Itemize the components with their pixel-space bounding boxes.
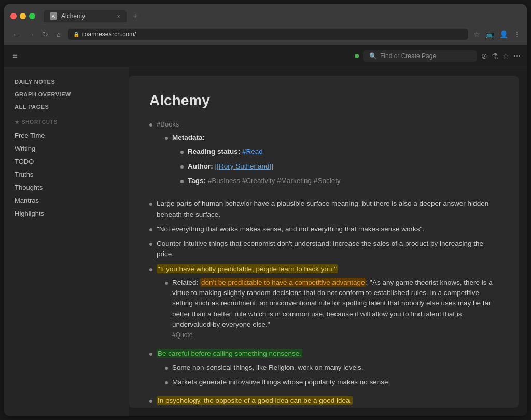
app-container: ≡ 🔍 Find or Create Page ⊘ ⚗ ☆ ⋯ (4, 45, 527, 416)
list-item: Author: [[Rory Sutherland]] (180, 161, 498, 172)
list-item: Be careful before calling something nons… (149, 348, 498, 391)
sidebar-item-daily-notes[interactable]: DAILY NOTES (4, 76, 129, 88)
bullet-content: #Books Metadata: (157, 119, 498, 194)
list-item: Counter intuitive things that economist … (149, 239, 498, 260)
bullet-dot (149, 400, 152, 403)
tab-favicon: A (50, 12, 57, 20)
bullet-content: Large parts of human behavior have a pla… (157, 199, 498, 220)
highlighted-link-predictable[interactable]: don't be predictable to have a competiti… (200, 278, 366, 287)
bullet-dot (165, 381, 168, 384)
main-wrapper: Alchemy #Books (129, 67, 527, 416)
bullet-dot (165, 137, 168, 140)
bullet-content: Be careful before calling something nons… (157, 348, 498, 391)
cast-icon[interactable]: 📺 (485, 30, 494, 38)
list-item: #Books Metadata: (149, 119, 498, 194)
forward-button[interactable]: → (25, 30, 36, 39)
related-text: Related: (172, 278, 200, 286)
more-options-icon[interactable]: ⋯ (513, 52, 521, 60)
star-icon[interactable]: ☆ (502, 52, 509, 60)
refresh-button[interactable]: ↻ (40, 30, 50, 39)
bullet-dot (149, 353, 152, 356)
bullet-dot (165, 282, 168, 285)
maximize-window-button[interactable] (29, 13, 35, 19)
list-item: Large parts of human behavior have a pla… (149, 199, 498, 220)
bullet-dot (149, 123, 152, 127)
list-item: Related: don't be predictable to have a … (165, 277, 498, 341)
nested-list: Metadata: Reading status: #Re (157, 133, 498, 190)
author-label: Author: (188, 162, 213, 170)
close-window-button[interactable] (10, 13, 17, 19)
sidebar-item-todo[interactable]: TODO (4, 155, 129, 168)
tags-label: Tags: (188, 177, 206, 185)
reading-status-label: Reading status: (188, 148, 240, 156)
list-item: Reading status: #Read (180, 147, 498, 157)
bullet-content: "If you have wholly predictable, people … (157, 264, 498, 345)
list-item: Markets generate innovative things whose… (165, 377, 498, 387)
back-button[interactable]: ← (10, 30, 21, 39)
search-bar[interactable]: 🔍 Find or Create Page (363, 50, 477, 62)
bookmark-icon[interactable]: ☆ (473, 30, 480, 38)
bullet-dot (149, 268, 152, 271)
metadata-list: Reading status: #Read (172, 147, 498, 187)
topbar-icons: ⊘ ⚗ ☆ ⋯ (481, 52, 521, 60)
bullet-dot (165, 367, 168, 370)
sidebar-item-writing[interactable]: Writing (4, 142, 129, 155)
sort-icon[interactable]: ⚗ (492, 52, 498, 60)
sidebar-toggle-button[interactable]: ≡ (10, 49, 19, 63)
page-title: Alchemy (149, 92, 498, 109)
browser-actions: ☆ 📺 👤 ⋮ (473, 30, 521, 38)
bullet-dot (149, 203, 152, 206)
books-tag[interactable]: #Books (157, 120, 179, 128)
tags-value: #Business #Creativity #Marketing #Societ… (208, 177, 341, 185)
browser-frame: A Alchemy × + ← → ↻ ⌂ 🔒 roamresearch.com… (4, 4, 527, 416)
sidebar-item-highlights[interactable]: Highlights (4, 207, 129, 220)
bullet-dot (180, 165, 184, 169)
reading-status-value[interactable]: #Read (242, 148, 263, 156)
minimize-window-button[interactable] (20, 13, 26, 19)
url-field[interactable]: 🔒 roamresearch.com/ (68, 29, 468, 40)
sidebar-item-thoughts[interactable]: Thoughts (4, 181, 129, 194)
profile-icon[interactable]: 👤 (499, 30, 508, 38)
search-placeholder: Find or Create Page (380, 52, 436, 60)
tab-close-button[interactable]: × (117, 13, 120, 19)
nav-buttons: ← → ↻ ⌂ (10, 30, 63, 39)
bullet-content: Related: don't be predictable to have a … (172, 277, 498, 341)
bullet-list: #Books Metadata: (149, 119, 498, 406)
address-bar: ← → ↻ ⌂ 🔒 roamresearch.com/ ☆ 📺 👤 ⋮ (4, 24, 527, 45)
author-link[interactable]: [[Rory Sutherland]] (215, 162, 274, 170)
shortcuts-list: Free Time Writing TODO Truths Thoughts M… (4, 129, 129, 220)
star-icon: ★ (15, 119, 20, 125)
list-item: Metadata: Reading status: #Re (165, 133, 498, 190)
list-item: Some non-sensical things, like Religion,… (165, 362, 498, 373)
active-tab[interactable]: A Alchemy × (44, 10, 127, 22)
list-item: "Not everything that works makes sense, … (149, 224, 498, 234)
menu-icon[interactable]: ⋮ (513, 30, 521, 38)
traffic-lights (10, 13, 35, 19)
bullet-dot (149, 243, 152, 246)
sidebar-item-graph-overview[interactable]: GRAPH OVERVIEW (4, 88, 129, 101)
sidebar-item-all-pages[interactable]: ALL PAGES (4, 101, 129, 113)
sidebar: DAILY NOTES GRAPH OVERVIEW ALL PAGES ★ S… (4, 67, 129, 416)
highlighted-text-psychology: In psychology, the opposite of a good id… (157, 396, 353, 405)
list-item: Tags: #Business #Creativity #Marketing #… (180, 176, 498, 186)
home-button[interactable]: ⌂ (54, 30, 63, 39)
filter-icon[interactable]: ⊘ (481, 52, 487, 60)
quote-tag[interactable]: #Quote (172, 331, 192, 339)
sidebar-item-mantras[interactable]: Mantras (4, 194, 129, 207)
bullet-dot (149, 228, 152, 231)
new-tab-button[interactable]: + (131, 9, 139, 23)
nested-list: Related: don't be predictable to have a … (157, 277, 498, 341)
bullet-dot (180, 180, 184, 183)
sidebar-item-free-time[interactable]: Free Time (4, 129, 129, 142)
highlighted-text-nonsense: Be careful before calling something nons… (157, 349, 302, 358)
sidebar-item-truths[interactable]: Truths (4, 168, 129, 181)
url-text: roamresearch.com/ (82, 31, 136, 38)
nested-list: Some non-sensical things, like Religion,… (157, 362, 498, 388)
topbar-right: 🔍 Find or Create Page ⊘ ⚗ ☆ ⋯ (355, 50, 521, 62)
search-icon: 🔍 (369, 52, 377, 60)
bullet-content: Counter intuitive things that economist … (157, 239, 498, 260)
bullet-content: In psychology, the opposite of a good id… (157, 396, 498, 406)
shortcuts-section-label: ★ SHORTCUTS (4, 113, 129, 127)
sync-status-dot (355, 54, 359, 58)
list-item: "If you have wholly predictable, people … (149, 264, 498, 345)
